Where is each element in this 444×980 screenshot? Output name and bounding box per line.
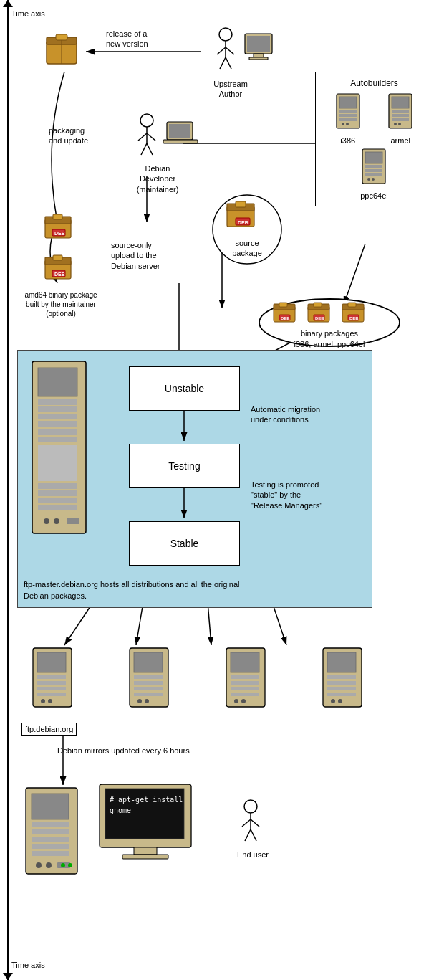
svg-rect-97 — [38, 429, 77, 435]
svg-rect-101 — [38, 490, 77, 496]
svg-line-5 — [344, 244, 365, 305]
svg-point-43 — [342, 123, 344, 125]
svg-point-29 — [140, 114, 153, 127]
new-version-package — [43, 30, 82, 72]
svg-rect-78 — [279, 303, 287, 307]
svg-rect-129 — [231, 681, 259, 685]
svg-rect-28 — [56, 34, 67, 40]
svg-rect-103 — [38, 505, 77, 510]
svg-rect-138 — [327, 687, 356, 690]
svg-rect-120 — [134, 675, 163, 679]
svg-rect-131 — [231, 693, 259, 696]
apt-get-terminal: # apt-get install gnome — [97, 781, 197, 866]
svg-point-125 — [145, 699, 149, 703]
svg-line-32 — [147, 133, 155, 141]
unstable-label: Unstable — [165, 383, 204, 394]
svg-rect-144 — [32, 822, 69, 827]
packaging-text: packagingand update — [49, 125, 113, 146]
svg-point-44 — [346, 123, 349, 125]
mirror-server-4 — [317, 645, 367, 715]
svg-line-160 — [242, 819, 251, 827]
debian-developer-person — [132, 113, 161, 158]
svg-text:DEB: DEB — [281, 316, 290, 320]
svg-point-152 — [61, 863, 65, 867]
svg-line-18 — [226, 47, 234, 54]
svg-rect-49 — [392, 118, 409, 121]
svg-point-117 — [48, 699, 52, 703]
svg-rect-119 — [134, 652, 163, 672]
svg-rect-123 — [134, 693, 163, 696]
svg-rect-39 — [339, 97, 357, 108]
svg-rect-96 — [38, 421, 77, 427]
svg-rect-148 — [32, 851, 69, 856]
svg-line-163 — [251, 829, 256, 841]
svg-rect-99 — [38, 445, 77, 481]
source-package-left: DEB — [43, 214, 80, 252]
svg-rect-24 — [249, 57, 268, 60]
ftpmaster-note: ftp-master.debian.org hosts all distribu… — [24, 579, 239, 601]
svg-rect-127 — [231, 652, 259, 672]
svg-rect-53 — [365, 152, 382, 163]
release-text: release of anew version — [106, 29, 170, 49]
mirrors-text: Debian mirrors updated every 6 hours — [57, 746, 258, 756]
svg-point-158 — [244, 800, 257, 813]
unstable-box: Unstable — [129, 366, 240, 411]
svg-rect-147 — [32, 844, 69, 849]
debian-developer-label: DebianDeveloper(maintainer) — [125, 163, 190, 194]
svg-rect-83 — [314, 303, 322, 307]
svg-rect-46 — [392, 97, 409, 108]
svg-rect-145 — [32, 829, 69, 834]
svg-line-20 — [226, 57, 231, 69]
time-axis-arrow-top — [3, 0, 13, 7]
svg-rect-37 — [163, 140, 198, 143]
svg-point-150 — [46, 862, 52, 868]
time-axis-line — [7, 0, 9, 980]
svg-rect-41 — [339, 114, 357, 117]
svg-rect-67 — [53, 214, 62, 219]
svg-line-10 — [64, 602, 93, 645]
svg-line-162 — [245, 829, 251, 841]
svg-text:DEB: DEB — [238, 220, 248, 225]
svg-point-133 — [241, 699, 246, 703]
svg-rect-135 — [327, 652, 356, 672]
svg-text:DEB: DEB — [349, 316, 359, 320]
svg-rect-156 — [134, 847, 157, 855]
svg-line-17 — [217, 47, 226, 54]
svg-line-31 — [138, 133, 147, 141]
svg-point-141 — [338, 699, 342, 703]
mirror-server-1 — [27, 645, 77, 715]
svg-point-124 — [137, 699, 142, 703]
svg-rect-112 — [37, 675, 66, 679]
svg-point-140 — [331, 699, 335, 703]
ftpmaster-server — [25, 358, 97, 553]
svg-point-57 — [367, 178, 370, 181]
testing-box: Testing — [129, 444, 240, 488]
svg-rect-55 — [365, 169, 382, 172]
svg-rect-62 — [236, 201, 246, 207]
svg-rect-113 — [37, 681, 66, 685]
svg-point-105 — [54, 518, 59, 524]
svg-line-13 — [272, 602, 286, 645]
auto-migration-text: Automatic migrationunder conditions — [251, 404, 362, 425]
apt-get-command: # apt-get install gnome — [110, 794, 183, 816]
svg-rect-136 — [327, 675, 356, 679]
svg-rect-100 — [38, 483, 77, 489]
svg-line-34 — [147, 143, 153, 155]
stable-label: Stable — [170, 538, 199, 549]
time-axis-top-label: Time axis — [11, 9, 45, 19]
source-upload-text: source-onlyupload to theDebian server — [111, 240, 197, 271]
svg-point-51 — [398, 123, 401, 125]
debian-developer-laptop — [163, 120, 199, 150]
mirror-server-3 — [221, 645, 271, 715]
svg-rect-93 — [38, 399, 77, 405]
svg-point-132 — [234, 699, 238, 703]
svg-line-33 — [141, 143, 147, 155]
svg-text:DEB: DEB — [315, 316, 324, 320]
svg-rect-111 — [37, 652, 66, 672]
svg-line-19 — [220, 57, 226, 69]
svg-rect-54 — [365, 165, 382, 168]
svg-point-153 — [68, 863, 72, 867]
svg-rect-130 — [231, 687, 259, 690]
amd64-label: amd64 binary packagebuilt by the maintai… — [14, 290, 107, 318]
svg-rect-23 — [254, 54, 264, 57]
